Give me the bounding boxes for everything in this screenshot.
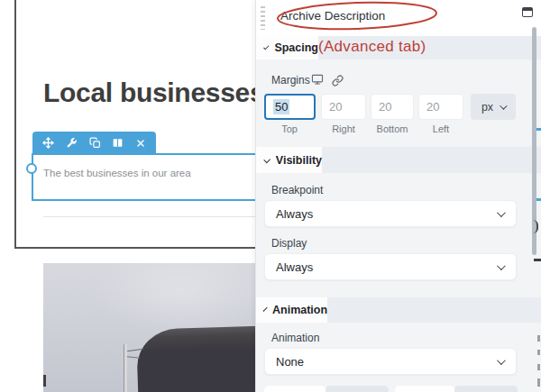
partial-field-input[interactable] xyxy=(264,386,326,392)
margin-bottom-input[interactable]: 20 xyxy=(371,94,414,120)
obscured-content-fragment xyxy=(537,364,540,370)
panel-header: Archive Description xyxy=(256,0,541,36)
margin-top-input[interactable]: 50 xyxy=(264,94,316,120)
animation-select[interactable]: None xyxy=(264,348,517,375)
breakpoint-label: Breakpoint xyxy=(271,184,323,196)
chevron-down-icon xyxy=(500,102,507,109)
section-title: Spacing xyxy=(274,41,318,54)
section-title: Visibility xyxy=(276,154,322,167)
section-tab-spacing: Spacing xyxy=(256,36,318,59)
columns-icon[interactable] xyxy=(112,137,124,149)
chevron-down-icon xyxy=(497,208,506,217)
obscured-content-fragment xyxy=(536,198,541,201)
settings-panel: Archive Description Spacing (Advanced ta… xyxy=(255,0,541,392)
margin-left-label: Left xyxy=(433,123,449,134)
margin-right-label: Right xyxy=(332,123,355,134)
close-icon[interactable] xyxy=(135,138,146,149)
obscured-content-fragment xyxy=(537,350,540,355)
drag-grip-icon[interactable] xyxy=(261,6,265,30)
partial-field-input[interactable] xyxy=(395,386,454,392)
responsive-monitor-icon[interactable] xyxy=(311,73,324,89)
display-label: Display xyxy=(271,237,307,250)
display-select[interactable]: Always xyxy=(264,253,517,280)
chevron-down-icon xyxy=(497,356,506,365)
content-divider xyxy=(43,216,255,217)
obscured-content-fragment xyxy=(537,378,540,387)
module-toolbar xyxy=(32,132,156,154)
annotation-advanced-tab: (Advanced tab) xyxy=(318,38,426,56)
section-tab-visibility: Visibility xyxy=(256,147,322,173)
obscured-content-fragment xyxy=(536,128,541,131)
module-drag-handle[interactable] xyxy=(26,163,37,174)
margin-left-input[interactable]: 20 xyxy=(418,94,463,120)
unit-select[interactable]: px xyxy=(471,94,516,120)
partial-field-unit[interactable] xyxy=(326,386,389,392)
wrench-icon[interactable] xyxy=(66,137,78,149)
obscured-content-fragment xyxy=(534,259,541,261)
panel-title: Archive Description xyxy=(280,9,385,23)
animation-label: Animation xyxy=(271,332,319,344)
section-header-animation[interactable]: Animation xyxy=(256,297,541,323)
builder-screen: Local businesses xyxy=(0,0,541,392)
breakpoint-select[interactable]: Always xyxy=(264,200,517,227)
photo-smudge xyxy=(43,375,46,387)
obscured-content-fragment xyxy=(537,335,540,342)
margins-label: Margins xyxy=(271,74,310,87)
photo-wire xyxy=(127,356,140,358)
move-icon[interactable] xyxy=(42,137,54,149)
section-header-visibility[interactable]: Visibility xyxy=(256,147,541,173)
margin-bottom-label: Bottom xyxy=(377,123,408,134)
module-text[interactable]: The best businesses in our area xyxy=(43,168,191,178)
section-title: Animation xyxy=(272,304,327,316)
section-tab-animation: Animation xyxy=(256,297,327,323)
chevron-down-icon xyxy=(263,307,268,312)
chevron-down-icon xyxy=(263,156,270,163)
partial-field-unit[interactable] xyxy=(454,386,518,392)
chevron-down-icon xyxy=(263,44,270,50)
chevron-down-icon xyxy=(497,261,506,270)
link-values-icon[interactable] xyxy=(332,74,344,90)
page-heading: Local businesses xyxy=(43,77,264,108)
duplicate-icon[interactable] xyxy=(89,137,101,149)
margin-top-label: Top xyxy=(281,123,298,134)
margin-right-input[interactable]: 20 xyxy=(321,94,366,120)
window-pin-icon[interactable] xyxy=(522,7,533,17)
